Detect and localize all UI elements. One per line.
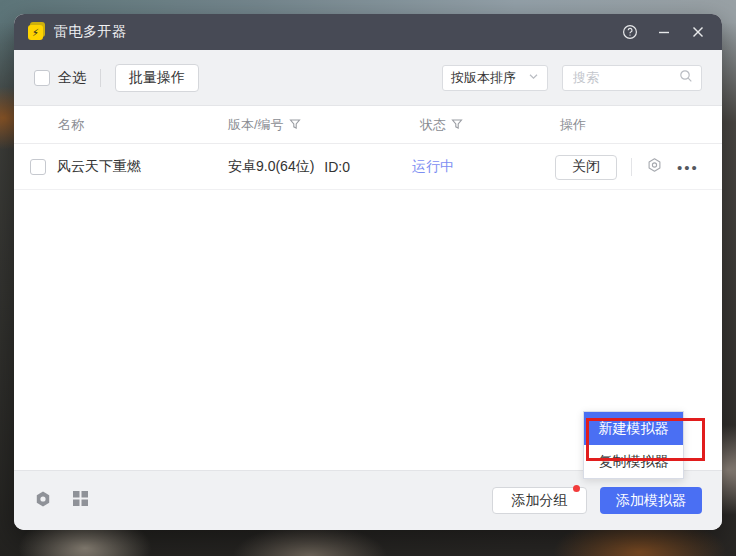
row-version-cell: 安卓9.0(64位) ID:0: [228, 144, 350, 190]
table-row[interactable]: 风云天下重燃 安卓9.0(64位) ID:0 运行中 关闭 •••: [14, 144, 722, 190]
search-input[interactable]: [571, 69, 679, 86]
add-emulator-popup-menu: 新建模拟器 复制模拟器: [583, 411, 684, 479]
desktop-wallpaper: ⚡ 雷电多开器: [0, 0, 736, 556]
row-settings-icon[interactable]: [646, 157, 663, 178]
toolbar-divider: [100, 69, 101, 87]
add-emulator-button[interactable]: 添加模拟器: [600, 487, 702, 514]
table-header: 名称 版本/编号 状态 操作: [14, 106, 722, 144]
emulator-name: 风云天下重燃: [57, 158, 141, 176]
menu-item-new-emulator[interactable]: 新建模拟器: [584, 412, 683, 445]
status-filter-icon[interactable]: [451, 118, 463, 133]
footer-bar: 添加分组 添加模拟器: [14, 470, 722, 530]
sort-dropdown[interactable]: 按版本排序: [442, 65, 548, 91]
row-actions-cell: 关闭 •••: [555, 144, 699, 190]
sort-dropdown-value: 按版本排序: [451, 69, 516, 87]
search-icon[interactable]: [679, 69, 693, 87]
close-emulator-button[interactable]: 关闭: [555, 155, 617, 180]
batch-operation-button[interactable]: 批量操作: [115, 64, 199, 92]
close-icon[interactable]: [688, 22, 708, 42]
row-more-icon[interactable]: •••: [677, 160, 699, 175]
help-icon[interactable]: [620, 22, 640, 42]
menu-item-copy-emulator[interactable]: 复制模拟器: [584, 445, 683, 478]
chevron-down-icon: [528, 70, 539, 85]
emulator-version: 安卓9.0(64位): [228, 158, 314, 176]
row-status-cell: 运行中: [412, 144, 454, 190]
row-name-cell: 风云天下重燃: [57, 144, 141, 190]
grid-view-icon[interactable]: [72, 490, 89, 511]
version-filter-icon[interactable]: [289, 118, 301, 133]
select-all-checkbox[interactable]: [34, 70, 50, 86]
actions-divider: [631, 158, 632, 176]
app-logo-lightning-icon: ⚡: [28, 24, 45, 41]
emulator-id: ID:0: [324, 159, 350, 175]
status-running-label: 运行中: [412, 158, 454, 176]
toolbar: 全选 批量操作 按版本排序: [14, 50, 722, 106]
titlebar[interactable]: ⚡ 雷电多开器: [14, 14, 722, 50]
minimize-icon[interactable]: [654, 22, 674, 42]
header-action: 操作: [560, 106, 586, 144]
window-title: 雷电多开器: [54, 23, 127, 41]
notification-badge: [573, 485, 580, 492]
add-group-button[interactable]: 添加分组: [492, 487, 587, 514]
search-box: [562, 65, 702, 91]
select-all-label[interactable]: 全选: [58, 69, 86, 87]
header-version: 版本/编号: [228, 106, 301, 144]
header-name: 名称: [58, 106, 84, 144]
row-checkbox-cell: [30, 144, 46, 190]
row-checkbox[interactable]: [30, 159, 46, 175]
header-status: 状态: [420, 106, 463, 144]
settings-gear-icon[interactable]: [34, 490, 52, 512]
